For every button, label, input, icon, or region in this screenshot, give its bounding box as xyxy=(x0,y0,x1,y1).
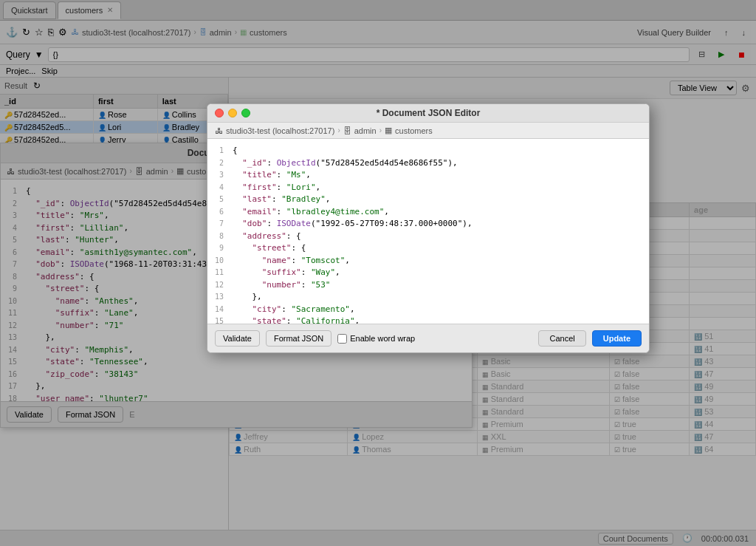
line-code: "address": { xyxy=(230,231,649,243)
line-number: 9 xyxy=(207,242,230,255)
modal-validate-btn[interactable]: Validate xyxy=(215,330,260,347)
line-number: 6 xyxy=(207,206,230,219)
line-code: "number": "53" xyxy=(230,279,649,292)
modal-coll-icon: ▦ xyxy=(385,126,392,135)
modal-window-controls xyxy=(215,109,250,117)
line-number: 1 xyxy=(207,145,230,157)
code-line: 12 "number": "53" xyxy=(207,279,649,292)
modal-titlebar: * Document JSON Editor xyxy=(207,104,649,123)
word-wrap-wrap: Enable word wrap xyxy=(337,334,415,344)
code-line: 2 "_id": ObjectId("57d28452ed5d4d54e8686… xyxy=(207,157,649,170)
code-line: 1{ xyxy=(207,145,649,157)
code-line: 15 "state": "California", xyxy=(207,315,649,324)
line-code: }, xyxy=(230,291,649,304)
code-line: 13 }, xyxy=(207,291,649,304)
maximize-dot[interactable] xyxy=(241,109,250,117)
modal-footer: Validate Format JSON Enable word wrap Ca… xyxy=(207,324,649,352)
code-line: 4 "first": "Lori", xyxy=(207,182,649,194)
line-code: "street": { xyxy=(230,242,649,255)
modal-format-btn[interactable]: Format JSON xyxy=(266,330,331,347)
update-btn[interactable]: Update xyxy=(592,330,642,347)
line-number: 8 xyxy=(207,231,230,243)
line-number: 14 xyxy=(207,304,230,316)
line-code: "email": "lbradley4@time.com", xyxy=(230,206,649,219)
line-number: 10 xyxy=(207,255,230,267)
code-line: 10 "name": "Tomscot", xyxy=(207,255,649,267)
modal-path: 🖧 studio3t-test (localhost:27017) › 🗄 ad… xyxy=(207,123,649,139)
code-line: 9 "street": { xyxy=(207,242,649,255)
code-line: 6 "email": "lbradley4@time.com", xyxy=(207,206,649,219)
line-number: 4 xyxy=(207,182,230,194)
modal-db: admin xyxy=(354,126,377,135)
code-line: 5 "last": "Bradley", xyxy=(207,194,649,206)
word-wrap-label: Enable word wrap xyxy=(350,334,415,343)
line-number: 3 xyxy=(207,169,230,182)
line-code: "first": "Lori", xyxy=(230,182,649,194)
line-number: 12 xyxy=(207,279,230,292)
line-code: "suffix": "Way", xyxy=(230,267,649,279)
modal-json-editor: * Document JSON Editor 🖧 studio3t-test (… xyxy=(207,103,650,353)
modal-conn: studio3t-test (localhost:27017) xyxy=(226,126,334,135)
line-code: "last": "Bradley", xyxy=(230,194,649,206)
line-code: "state": "California", xyxy=(230,315,649,324)
minimize-dot[interactable] xyxy=(228,109,237,117)
line-number: 15 xyxy=(207,315,230,324)
line-code: "dob": ISODate("1992-05-27T09:48:37.000+… xyxy=(230,218,649,231)
modal-footer-right: Cancel Update xyxy=(538,330,642,347)
close-dot[interactable] xyxy=(215,109,224,117)
line-number: 13 xyxy=(207,291,230,304)
line-number: 5 xyxy=(207,194,230,206)
modal-title: * Document JSON Editor xyxy=(377,108,481,118)
code-line: 11 "suffix": "Way", xyxy=(207,267,649,279)
code-line: 14 "city": "Sacramento", xyxy=(207,304,649,316)
modal-coll: customers xyxy=(395,126,433,135)
code-line: 3 "title": "Ms", xyxy=(207,169,649,182)
line-code: "_id": ObjectId("57d28452ed5d4d54e8686f5… xyxy=(230,157,649,170)
line-number: 7 xyxy=(207,218,230,231)
line-number: 11 xyxy=(207,267,230,279)
cancel-btn[interactable]: Cancel xyxy=(538,330,585,347)
word-wrap-checkbox[interactable] xyxy=(337,334,347,344)
code-line: 8 "address": { xyxy=(207,231,649,243)
modal-code-area: 1{2 "_id": ObjectId("57d28452ed5d4d54e86… xyxy=(207,139,649,324)
modal-db-icon: 🗄 xyxy=(343,126,351,135)
line-code: { xyxy=(230,145,649,157)
line-code: "name": "Tomscot", xyxy=(230,255,649,267)
code-line: 7 "dob": ISODate("1992-05-27T09:48:37.00… xyxy=(207,218,649,231)
line-code: "city": "Sacramento", xyxy=(230,304,649,316)
line-number: 2 xyxy=(207,157,230,170)
modal-conn-icon: 🖧 xyxy=(215,126,223,135)
line-code: "title": "Ms", xyxy=(230,169,649,182)
